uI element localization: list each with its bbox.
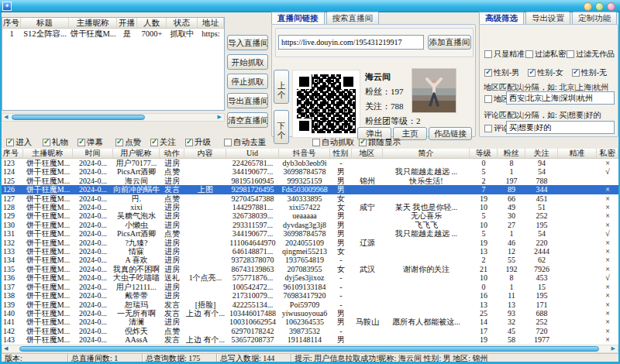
main-table-row[interactable]: 125 饼干狂魔M... 2024-0... 海云间 进房 9819516094…: [2, 177, 618, 185]
checkbox-icon[interactable]: [185, 139, 193, 146]
main-table-row[interactable]: 130 饼干狂魔M... 2024-0... 小懒虫 进房 293311597.…: [2, 221, 618, 229]
checkbox-icon[interactable]: [6, 139, 14, 146]
col-region[interactable]: 地区: [352, 149, 383, 158]
main-hscrollbar[interactable]: ◀ ▶: [2, 345, 618, 353]
main-table-row[interactable]: 129 饼干狂魔M... 2024-0... 吴糖气泡水 进房 32673803…: [2, 211, 618, 220]
checkbox-icon[interactable]: [525, 50, 533, 58]
toolbar-checkbox[interactable]: 自动去重: [224, 137, 266, 148]
rooms-col-title[interactable]: 标题: [21, 18, 69, 28]
checkbox-icon[interactable]: [484, 50, 492, 58]
main-table-row[interactable]: 123 饼干狂魔M... 2024-0... 用户70177... 进房 224…: [2, 159, 618, 167]
col-content[interactable]: 内容: [184, 149, 226, 158]
col-time[interactable]: 时间: [73, 149, 113, 158]
export-rooms-button[interactable]: 导出直播间: [227, 93, 268, 108]
tab-search-room[interactable]: 搜索直播间: [326, 12, 380, 24]
tab-room-link[interactable]: 直播间链接: [271, 11, 325, 24]
rooms-hscrollbar[interactable]: ◀ ▶: [2, 113, 225, 122]
main-table-row[interactable]: 131 饼干狂魔M... 2024-0... PicsArt酒卿 点赞 3441…: [2, 229, 618, 238]
gender-checkbox[interactable]: 性别-无: [572, 67, 607, 78]
checkbox-icon[interactable]: [484, 69, 492, 77]
toolbar-checkbox[interactable]: 自动抓取: [312, 137, 354, 148]
rooms-col-live[interactable]: 开播: [117, 18, 137, 28]
col-action[interactable]: 动作: [160, 149, 184, 158]
checkbox-icon[interactable]: [150, 139, 158, 146]
col-douyin-id[interactable]: 抖音号: [279, 149, 330, 158]
room-url-input[interactable]: [278, 35, 424, 50]
toolbar-checkbox[interactable]: 跟随显示: [359, 137, 401, 148]
start-capture-button[interactable]: 开始抓取: [227, 54, 268, 70]
filter-checkbox[interactable]: 只显精准: [484, 49, 525, 60]
scroll-right-icon[interactable]: ▶: [218, 114, 222, 121]
checkbox-icon[interactable]: [43, 139, 50, 146]
col-follows[interactable]: 关注: [525, 149, 558, 158]
col-gender[interactable]: 性别: [330, 149, 352, 158]
toolbar-checkbox[interactable]: 弹幕: [78, 137, 103, 148]
col-username[interactable]: 用户昵称: [113, 149, 160, 158]
checkbox-icon[interactable]: [572, 69, 580, 77]
main-table-row[interactable]: 124 饼干狂魔M... 2024-0... PicsArt酒卿 点赞 3441…: [2, 167, 618, 176]
prev-room-button[interactable]: 上个: [274, 70, 289, 104]
main-table-row[interactable]: 126 饼干狂魔M... 2024-0... 向前冲的蜗牛 发言 上图 9298…: [2, 185, 618, 194]
add-room-button[interactable]: 添加直播间: [428, 35, 471, 50]
main-table-row[interactable]: 141 饼干狂魔M... 2024-0... 清澜 进房 10031066295…: [2, 318, 618, 326]
main-table-row[interactable]: 138 饼干狂魔M... 2024-0... 戴带带 进房 217310079.…: [2, 291, 618, 300]
toolbar-checkbox[interactable]: 关注: [150, 137, 176, 148]
filter-checkbox[interactable]: 过滤无作品: [567, 49, 615, 60]
main-table-row[interactable]: 143 饼干狂魔M... 2024-0... AAssA 发言 上边 有个...…: [2, 335, 618, 344]
toolbar-checkbox[interactable]: 升级: [185, 137, 211, 148]
gender-checkbox[interactable]: 性别-女: [528, 67, 563, 78]
checkbox-icon[interactable]: [78, 139, 85, 146]
col-private[interactable]: 私密: [597, 149, 618, 158]
checkbox-icon[interactable]: [484, 125, 492, 132]
gender-checkbox[interactable]: 性别-男: [484, 67, 519, 78]
main-table-row[interactable]: 137 饼干狂魔M... 2024-0... 用户12111... 进房 100…: [2, 283, 618, 291]
main-table-row[interactable]: 127 饼干狂魔M... 2024-0... 円. 点赞 92704547388…: [2, 194, 618, 203]
main-table-row[interactable]: 142 饼干狂魔M... 2024-0... 倪炸天 点赞 6297017824…: [2, 327, 618, 335]
col-precise[interactable]: 精准: [558, 149, 597, 158]
rooms-col-index[interactable]: 序号: [2, 18, 21, 28]
clear-rooms-button[interactable]: 清空直播间: [227, 112, 268, 128]
filter-checkbox[interactable]: 过滤私密: [525, 49, 566, 60]
main-table-row[interactable]: 140 饼干狂魔M... 2024-0... 一无所有啊 发言 上边 有个...…: [2, 309, 618, 318]
minimize-button[interactable]: [584, 2, 592, 11]
checkbox-icon[interactable]: [312, 139, 320, 146]
main-table-row[interactable]: 132 饼干狂魔M... 2024-0... ?九臻? 进房 111064644…: [2, 239, 618, 247]
rooms-hscrollbar-thumb[interactable]: [12, 115, 145, 120]
main-table-row[interactable]: 139 饼干狂魔M... 2024-0... 恕瑞玛 发言 [捂脸] 42225…: [2, 300, 618, 309]
region-input[interactable]: [506, 91, 615, 105]
import-rooms-button[interactable]: 导入直播间: [227, 35, 268, 50]
stop-capture-button[interactable]: 停止抓取: [227, 74, 268, 89]
rooms-col-status[interactable]: 状态: [167, 18, 198, 28]
checkbox-icon[interactable]: [224, 139, 232, 146]
scroll-left-icon[interactable]: ◀: [4, 114, 8, 121]
toolbar-checkbox[interactable]: 礼物: [43, 137, 68, 148]
main-hscrollbar-thumb[interactable]: [19, 346, 599, 352]
col-index[interactable]: 序号: [2, 149, 23, 158]
col-level[interactable]: 等级: [470, 149, 498, 158]
toolbar-checkbox[interactable]: 进入: [6, 137, 32, 148]
toolbar-checkbox[interactable]: 点赞: [115, 137, 141, 148]
col-fans[interactable]: 粉丝: [498, 149, 525, 158]
scroll-right-icon[interactable]: ▶: [611, 345, 615, 352]
rooms-col-streamer[interactable]: 主播昵称: [69, 18, 117, 28]
checkbox-icon[interactable]: [567, 50, 574, 58]
rooms-col-viewers[interactable]: 人数: [137, 18, 167, 28]
comment-input[interactable]: [506, 121, 615, 134]
main-table-row[interactable]: 135 饼干狂魔M... 2024-0... 我真的不困啊 进房 8674313…: [2, 265, 618, 273]
maximize-button[interactable]: [595, 2, 604, 11]
col-streamer[interactable]: 主播昵称: [23, 149, 73, 158]
close-button[interactable]: [607, 2, 615, 11]
tab-export-settings[interactable]: 导出设置: [525, 12, 570, 24]
checkbox-icon[interactable]: [484, 95, 492, 103]
rooms-row[interactable]: 1 S12全阵容... 饼干狂魔M... 是 7000+ 抓取中 https:: [2, 29, 224, 39]
col-bio[interactable]: 简介: [383, 149, 470, 158]
checkbox-icon[interactable]: [528, 69, 536, 77]
scroll-left-icon[interactable]: ◀: [4, 345, 8, 352]
main-table-row[interactable]: 136 饼干狂魔M... 2024-0... 大虫子吃喵喵 送礼 1个点亮...…: [2, 273, 618, 282]
checkbox-icon[interactable]: [115, 139, 123, 146]
main-table-row[interactable]: 134 饼干狂魔M... 2024-0... A 喜欢 进房 937283780…: [2, 256, 618, 264]
col-uid[interactable]: Uid: [226, 149, 279, 158]
tab-advanced-filter[interactable]: 高级筛选: [479, 11, 524, 24]
tab-custom-functions[interactable]: 定制功能: [572, 12, 617, 24]
checkbox-icon[interactable]: [359, 139, 367, 146]
